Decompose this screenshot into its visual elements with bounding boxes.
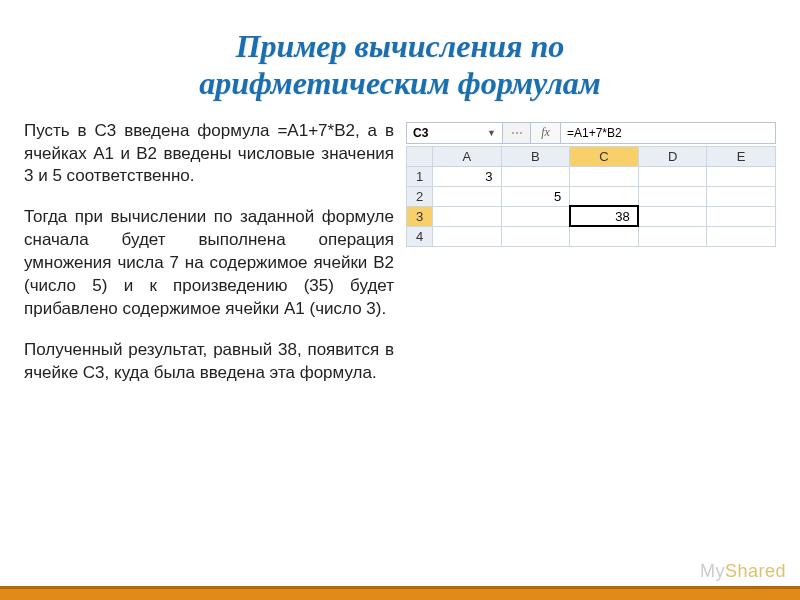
chevron-down-icon: ▼ xyxy=(487,128,496,138)
spreadsheet-grid: A B C D E 1 3 2 5 xyxy=(406,146,776,247)
fx-icon[interactable]: fx xyxy=(531,123,561,143)
title-line-2: арифметическим формулам xyxy=(199,65,601,101)
cell-E1[interactable] xyxy=(707,166,776,186)
watermark-part1: My xyxy=(700,561,725,581)
cell-B4[interactable] xyxy=(501,226,570,246)
select-all-corner[interactable] xyxy=(407,146,433,166)
cell-C4[interactable] xyxy=(570,226,639,246)
col-header-D[interactable]: D xyxy=(638,146,707,166)
title-line-1: Пример вычисления по xyxy=(236,28,565,64)
cell-B2[interactable]: 5 xyxy=(501,186,570,206)
row-header-2[interactable]: 2 xyxy=(407,186,433,206)
cell-D1[interactable] xyxy=(638,166,707,186)
cell-D4[interactable] xyxy=(638,226,707,246)
cell-A3[interactable] xyxy=(433,206,502,226)
cell-E3[interactable] xyxy=(707,206,776,226)
cell-C2[interactable] xyxy=(570,186,639,206)
cell-A4[interactable] xyxy=(433,226,502,246)
watermark-part2: Shared xyxy=(725,561,786,581)
row-header-3[interactable]: 3 xyxy=(407,206,433,226)
paragraph-2: Тогда при вычислении по заданной формуле… xyxy=(24,206,394,321)
cell-E4[interactable] xyxy=(707,226,776,246)
footer-accent-bar xyxy=(0,586,800,600)
active-cell-ref: C3 xyxy=(413,126,428,140)
watermark: MyShared xyxy=(700,561,786,582)
cell-A1[interactable]: 3 xyxy=(433,166,502,186)
cell-B1[interactable] xyxy=(501,166,570,186)
cell-D2[interactable] xyxy=(638,186,707,206)
formula-text: =A1+7*B2 xyxy=(567,126,622,140)
name-box[interactable]: C3 ▼ xyxy=(407,123,503,143)
paragraph-3: Полученный результат, равный 38, появитс… xyxy=(24,339,394,385)
formula-bar: C3 ▼ ⋯ fx =A1+7*B2 xyxy=(406,122,776,144)
slide-title: Пример вычисления по арифметическим форм… xyxy=(24,28,776,102)
col-header-C[interactable]: C xyxy=(570,146,639,166)
formula-buttons: ⋯ xyxy=(503,123,531,143)
cell-E2[interactable] xyxy=(707,186,776,206)
row-header-4[interactable]: 4 xyxy=(407,226,433,246)
row-header-1[interactable]: 1 xyxy=(407,166,433,186)
cell-C3[interactable]: 38 xyxy=(570,206,639,226)
col-header-E[interactable]: E xyxy=(707,146,776,166)
paragraph-1: Пусть в C3 введена формула =A1+7*B2, а в… xyxy=(24,120,394,189)
cell-C1[interactable] xyxy=(570,166,639,186)
text-column: Пусть в C3 введена формула =A1+7*B2, а в… xyxy=(24,120,394,403)
cell-D3[interactable] xyxy=(638,206,707,226)
spreadsheet-preview: C3 ▼ ⋯ fx =A1+7*B2 A B C D E xyxy=(406,120,776,403)
col-header-A[interactable]: A xyxy=(433,146,502,166)
formula-input[interactable]: =A1+7*B2 xyxy=(561,123,775,143)
content-area: Пусть в C3 введена формула =A1+7*B2, а в… xyxy=(24,120,776,403)
cell-B3[interactable] xyxy=(501,206,570,226)
col-header-B[interactable]: B xyxy=(501,146,570,166)
cell-A2[interactable] xyxy=(433,186,502,206)
